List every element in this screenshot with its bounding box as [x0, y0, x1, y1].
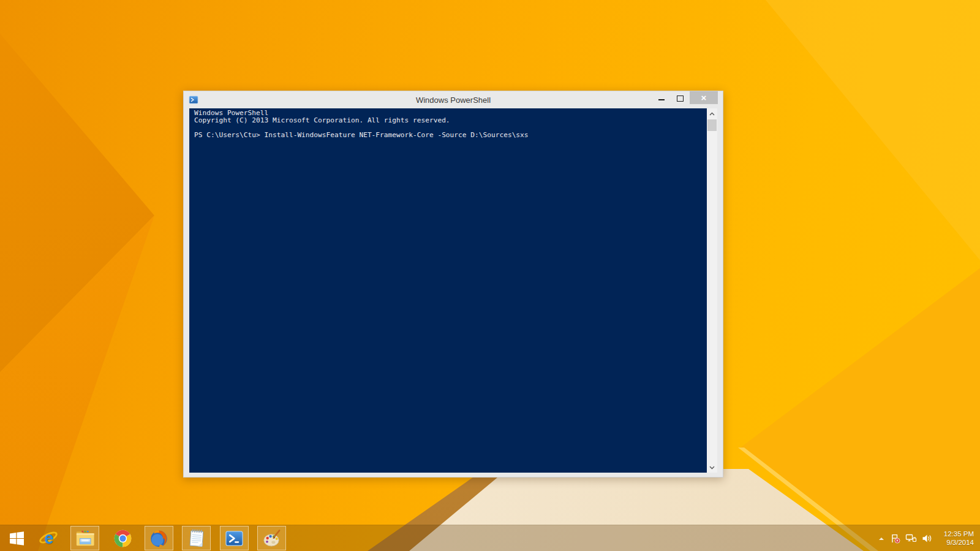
firefox-icon [149, 529, 168, 548]
taskbar-app-file-explorer[interactable] [70, 526, 99, 550]
action-center-button[interactable] [890, 533, 900, 544]
window-title: Windows PowerShell [184, 96, 723, 105]
close-icon: × [701, 93, 707, 102]
scrollbar-thumb[interactable] [707, 119, 717, 131]
system-tray: 12:35 PM 9/3/2014 [875, 525, 980, 551]
minimize-icon [658, 99, 665, 100]
chevron-down-icon [709, 466, 715, 470]
taskbar-app-powershell[interactable] [220, 526, 249, 550]
taskbar-app-notepad[interactable] [182, 526, 211, 550]
chrome-icon [113, 529, 132, 548]
paint-icon [262, 529, 282, 548]
clock-time: 12:35 PM [940, 530, 974, 538]
maximize-icon [677, 96, 684, 102]
desktop: Windows PowerShell × Windows PowerShell … [0, 0, 980, 551]
windows-start-icon [10, 531, 24, 545]
powershell-taskbar-icon [225, 530, 244, 547]
scroll-up-button[interactable] [707, 108, 717, 119]
taskbar-app-paint[interactable] [257, 526, 286, 550]
network-button[interactable] [905, 534, 917, 543]
network-icon [905, 534, 917, 543]
taskbar: e [0, 525, 980, 551]
console-output[interactable]: Windows PowerShell Copyright (C) 2013 Mi… [189, 108, 707, 473]
taskbar-app-chrome[interactable] [109, 526, 136, 550]
taskbar-app-firefox[interactable] [145, 526, 173, 550]
show-hidden-icons-button[interactable] [878, 536, 885, 541]
window-controls: × [652, 91, 718, 104]
chevron-up-icon [878, 536, 885, 541]
vertical-scrollbar[interactable] [707, 108, 717, 473]
volume-button[interactable] [922, 534, 932, 543]
speaker-icon [922, 534, 932, 543]
window-body: Windows PowerShell Copyright (C) 2013 Mi… [189, 108, 717, 473]
taskbar-clock[interactable]: 12:35 PM 9/3/2014 [940, 530, 974, 547]
scroll-down-button[interactable] [707, 462, 717, 473]
taskbar-app-internet-explorer[interactable]: e [36, 526, 62, 550]
console-line: Copyright (C) 2013 Microsoft Corporation… [194, 117, 707, 124]
notepad-icon [187, 528, 206, 548]
titlebar[interactable]: Windows PowerShell × [184, 91, 723, 108]
chevron-up-icon [709, 112, 715, 116]
internet-explorer-icon: e [39, 528, 59, 548]
minimize-button[interactable] [652, 91, 671, 104]
clock-date: 9/3/2014 [940, 538, 974, 547]
maximize-button[interactable] [671, 91, 690, 104]
console-line: PS C:\Users\Ctu> Install-WindowsFeature … [194, 132, 707, 139]
file-explorer-icon [75, 530, 95, 547]
start-button[interactable] [4, 526, 29, 550]
flag-icon [890, 533, 900, 544]
powershell-icon [189, 95, 198, 105]
console-line [194, 124, 707, 132]
close-button[interactable]: × [690, 91, 718, 104]
powershell-window: Windows PowerShell × Windows PowerShell … [183, 91, 723, 478]
